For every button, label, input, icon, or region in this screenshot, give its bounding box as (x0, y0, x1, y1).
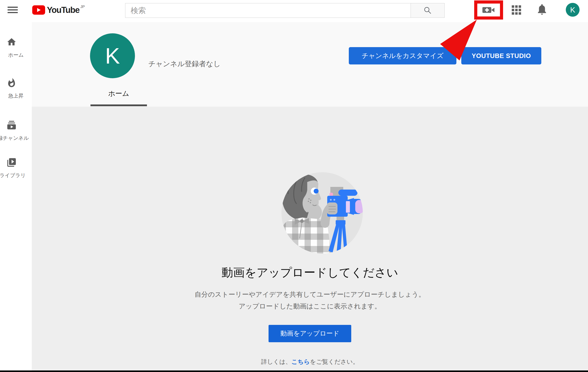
search-bar (125, 3, 445, 18)
notifications-button[interactable] (537, 4, 547, 16)
upload-illustration person-with-video-camera-icon (273, 165, 371, 258)
footer-prefix: 詳しくは、 (261, 358, 292, 365)
avatar-initial: K (570, 6, 575, 14)
hamburger-menu-icon[interactable] (8, 7, 18, 14)
sidebar-item-subscriptions[interactable]: 登録チャンネル (0, 120, 32, 147)
learn-more-text: 詳しくは、こちらをご覧ください。 (32, 358, 588, 366)
account-avatar[interactable]: K (566, 3, 579, 17)
learn-more-link[interactable]: こちら (292, 358, 310, 365)
home-icon (6, 37, 17, 47)
youtube-play-icon (32, 5, 45, 15)
youtube-studio-button[interactable]: YOUTUBE STUDIO (461, 47, 541, 64)
customize-channel-button[interactable]: チャンネルをカスタマイズ (349, 47, 456, 64)
subscriptions-icon (6, 120, 17, 130)
empty-state-description: 自分のストーリーやアイデアを共有してユーザーにアプローチしましょう。 アップロー… (32, 289, 588, 312)
youtube-logo[interactable]: YouTube JP (32, 5, 85, 15)
channel-avatar[interactable]: K (90, 33, 135, 78)
subscriber-count-text: チャンネル登録者なし (148, 59, 220, 69)
create-video-button annotation-highlight-box[interactable] (474, 0, 503, 20)
bell-icon (537, 4, 547, 16)
grid-icon (512, 5, 521, 15)
youtube-channel-page: YouTube JP (0, 0, 588, 372)
sidebar-item-trending[interactable]: 急上昇 (0, 78, 32, 104)
window-bottom-edge (0, 371, 588, 372)
channel-avatar-initial: K (105, 43, 120, 69)
search-input[interactable] (125, 3, 411, 18)
search-button[interactable] (411, 3, 445, 18)
tab-home[interactable]: ホーム (91, 89, 147, 98)
sidebar-item-label: 急上昇 (0, 93, 32, 99)
description-line-2: アップロードした動画はここに表示されます。 (32, 300, 588, 312)
top-bar: YouTube JP (0, 0, 588, 22)
channel-header: K チャンネル登録者なし チャンネルをカスタマイズ YOUTUBE STUDIO… (32, 22, 588, 107)
upload-video-button[interactable]: 動画をアップロード (269, 325, 351, 342)
youtube-logo-text: YouTube (47, 5, 79, 15)
description-line-1: 自分のストーリーやアイデアを共有してユーザーにアプローチしましょう。 (32, 289, 588, 300)
logo-region-label: JP (80, 5, 85, 9)
active-tab-underline (91, 104, 147, 106)
library-icon (6, 157, 17, 167)
sidebar-item-home[interactable]: ホーム (0, 37, 32, 63)
empty-state-title: 動画をアップロードしてください (32, 265, 588, 280)
footer-suffix: をご覧ください。 (310, 358, 359, 365)
sidebar-item-label: ホーム (0, 52, 32, 58)
video-camera-plus-icon (483, 6, 495, 14)
sidebar-item-library[interactable]: ライブラリ (0, 157, 32, 184)
sidebar-item-label: 登録チャンネル (0, 135, 29, 142)
fire-icon (6, 78, 17, 88)
sidebar-item-label: ライブラリ (0, 172, 26, 179)
apps-button[interactable] (512, 5, 521, 15)
channel-home-empty-state: 動画をアップロードしてください 自分のストーリーやアイデアを共有してユーザーにア… (32, 107, 588, 371)
search-icon (423, 6, 432, 15)
sidebar: ホーム 急上昇 登録チャンネル ライブラリ (0, 22, 32, 371)
